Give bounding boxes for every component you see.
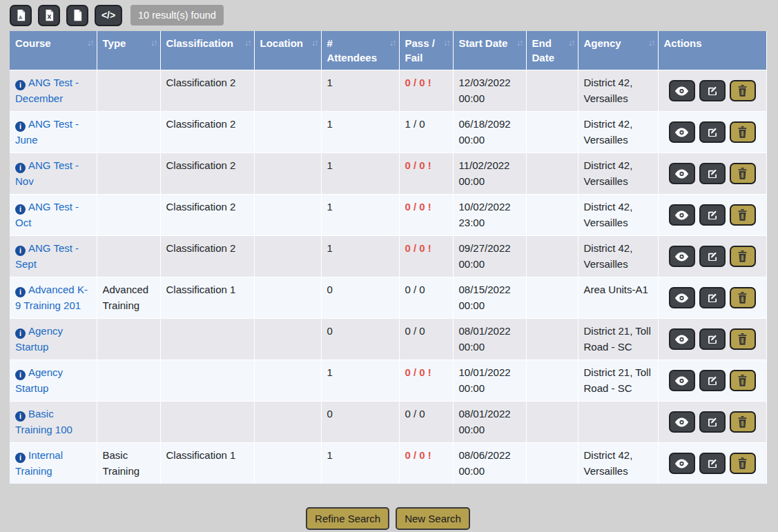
edit-button[interactable] (699, 411, 726, 433)
info-icon[interactable]: i (15, 246, 26, 256)
sort-icon[interactable]: ↓↑ (648, 37, 654, 50)
view-button[interactable] (669, 121, 695, 143)
sort-icon[interactable]: ↓↑ (443, 37, 449, 50)
row-actions (664, 121, 761, 143)
view-button[interactable] (669, 370, 695, 391)
column-header-attendees[interactable]: # Attendees↓↑ (321, 31, 399, 70)
edit-button[interactable] (699, 453, 726, 474)
table-row: iAdvanced K-9 Training 201Advanced Train… (10, 277, 766, 319)
cell-attendees: 1 (321, 112, 399, 153)
refine-search-button[interactable]: Refine Search (306, 507, 389, 530)
info-icon[interactable]: i (15, 370, 26, 380)
eye-icon (674, 376, 689, 386)
edit-button[interactable] (699, 163, 726, 184)
view-button[interactable] (669, 411, 695, 433)
cell-type (97, 402, 160, 443)
info-icon[interactable]: i (15, 328, 26, 339)
eye-icon (674, 128, 689, 137)
edit-icon (707, 251, 718, 262)
column-header-start-date[interactable]: Start Date↓↑ (453, 31, 526, 70)
row-actions (664, 370, 761, 391)
view-button[interactable] (669, 453, 695, 474)
course-link[interactable]: ANG Test - Nov (15, 159, 79, 187)
sort-icon[interactable]: ↓↑ (150, 37, 157, 50)
table-row: iANG Test - OctClassification 210 / 0 !1… (10, 195, 766, 236)
export-excel-button[interactable] (38, 5, 60, 26)
cell-location (254, 236, 321, 277)
delete-button[interactable] (730, 204, 756, 226)
delete-button[interactable] (730, 328, 756, 350)
column-label: Pass / Fail (405, 37, 435, 63)
edit-button[interactable] (699, 287, 726, 308)
column-header-pass-fail[interactable]: Pass / Fail↓↑ (399, 31, 453, 70)
delete-button[interactable] (730, 246, 756, 267)
view-button[interactable] (669, 287, 695, 308)
edit-button[interactable] (699, 204, 726, 226)
info-icon[interactable]: i (15, 163, 26, 173)
column-header-end-date[interactable]: End Date↓↑ (526, 31, 578, 70)
cell-actions (658, 153, 766, 195)
eye-icon (674, 417, 689, 427)
sort-icon[interactable]: ↓↑ (516, 37, 523, 50)
cell-start-date: 11/02/2022 00:00 (453, 153, 526, 195)
delete-button[interactable] (730, 411, 756, 433)
edit-icon (707, 458, 718, 469)
column-header-agency[interactable]: Agency↓↑ (578, 31, 658, 70)
delete-button[interactable] (730, 453, 756, 474)
export-code-button[interactable]: </> (95, 5, 122, 26)
sort-icon[interactable]: ↓↑ (87, 37, 93, 50)
export-file-button[interactable] (66, 5, 88, 26)
cell-type (97, 70, 160, 112)
cell-location (254, 360, 321, 402)
view-button[interactable] (669, 80, 695, 101)
column-header-classification[interactable]: Classification↓↑ (160, 31, 254, 70)
info-icon[interactable]: i (15, 411, 26, 422)
cell-agency: District 42, Versailles (578, 70, 658, 112)
delete-button[interactable] (730, 370, 756, 391)
edit-button[interactable] (699, 121, 726, 143)
table-row: iANG Test - NovClassification 210 / 0 !1… (10, 153, 766, 195)
sort-icon[interactable]: ↓↑ (311, 37, 318, 50)
new-search-button[interactable]: New Search (396, 507, 470, 530)
cell-actions (658, 277, 766, 319)
cell-classification: Classification 2 (160, 112, 254, 153)
cell-end-date (526, 195, 578, 236)
info-icon[interactable]: i (15, 453, 26, 463)
column-header-type[interactable]: Type↓↑ (97, 31, 160, 70)
cell-agency (578, 402, 658, 443)
view-button[interactable] (669, 246, 695, 267)
eye-icon (674, 210, 689, 220)
view-button[interactable] (669, 204, 695, 226)
course-link[interactable]: ANG Test - Oct (15, 201, 79, 228)
row-actions (664, 204, 761, 226)
delete-button[interactable] (730, 121, 756, 143)
cell-actions (658, 319, 766, 360)
cell-course: iAgency Startup (10, 319, 97, 360)
delete-button[interactable] (730, 287, 756, 308)
course-link[interactable]: ANG Test - Sept (15, 242, 79, 270)
sort-icon[interactable]: ↓↑ (389, 37, 396, 50)
info-icon[interactable]: i (15, 80, 26, 90)
sort-icon[interactable]: ↓↑ (244, 37, 251, 50)
edit-button[interactable] (699, 328, 726, 350)
edit-button[interactable] (699, 370, 726, 391)
view-button[interactable] (669, 328, 695, 350)
results-table: Course↓↑Type↓↑Classification↓↑Location↓↑… (10, 31, 767, 484)
cell-actions (658, 443, 766, 484)
course-link[interactable]: Advanced K-9 Training 201 (15, 284, 88, 311)
delete-button[interactable] (730, 80, 756, 101)
course-link[interactable]: ANG Test - December (15, 77, 79, 104)
info-icon[interactable]: i (15, 121, 26, 132)
edit-button[interactable] (699, 246, 726, 267)
edit-button[interactable] (699, 80, 726, 101)
view-button[interactable] (669, 163, 695, 184)
info-icon[interactable]: i (15, 287, 26, 297)
column-header-location[interactable]: Location↓↑ (254, 31, 321, 70)
cell-start-date: 08/01/2022 00:00 (453, 319, 526, 360)
course-link[interactable]: ANG Test - June (15, 118, 79, 146)
sort-icon[interactable]: ↓↑ (568, 37, 574, 50)
export-pdf-button[interactable] (10, 5, 32, 26)
delete-button[interactable] (730, 163, 756, 184)
info-icon[interactable]: i (15, 204, 26, 215)
column-header-course[interactable]: Course↓↑ (10, 31, 97, 70)
